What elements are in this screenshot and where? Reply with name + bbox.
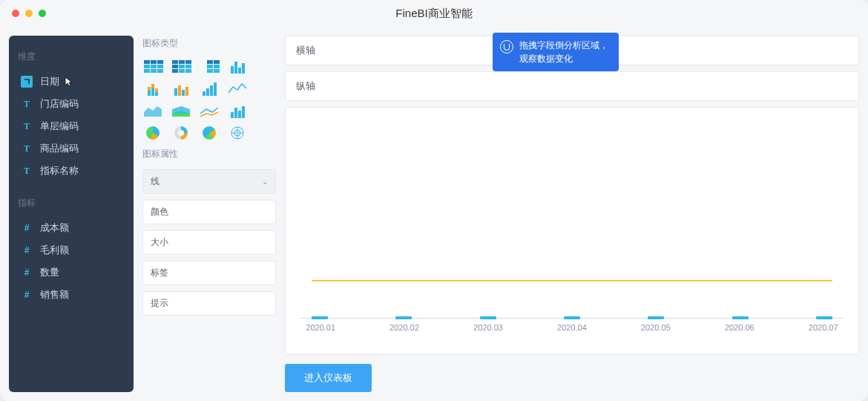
hint-line: 观察数据变化 <box>519 52 608 65</box>
enter-dashboard-button[interactable]: 进入仪表板 <box>285 364 372 392</box>
window-controls <box>12 10 46 17</box>
tick <box>648 316 664 319</box>
prop-tooltip[interactable]: 提示 <box>142 291 276 316</box>
chart-canvas: 2020.012020.022020.032020.042020.052020.… <box>285 107 859 355</box>
x-axis-labels: 2020.012020.022020.032020.042020.052020.… <box>300 323 844 332</box>
axis-label: 纵轴 <box>296 80 315 91</box>
text-icon: T <box>21 120 33 132</box>
measures-header: 指标 <box>18 197 125 209</box>
field-label: 毛利额 <box>40 244 69 257</box>
field-label: 门店编码 <box>40 97 79 111</box>
x-tick-label: 2020.02 <box>389 323 419 332</box>
chart-type-area-icon[interactable] <box>142 103 163 118</box>
chart-type-grid <box>142 59 276 140</box>
text-icon: T <box>21 98 33 110</box>
chart-type-multi-line-icon[interactable] <box>199 103 220 118</box>
chart-prop-header: 图标属性 <box>142 148 276 160</box>
number-icon: # <box>21 244 33 256</box>
clock-icon <box>21 76 33 88</box>
main-area: 横轴 纵轴 拖拽字段倒分析区域， 观察数据变化 2020.012020.0220… <box>285 36 859 392</box>
chart-plot <box>300 274 844 319</box>
close-dot[interactable] <box>12 10 19 17</box>
window-title: FineBI商业智能 <box>395 7 472 21</box>
x-tick-label: 2020.01 <box>306 323 335 332</box>
measure-item-profit[interactable]: # 毛利额 <box>18 239 125 261</box>
x-tick-label: 2020.06 <box>725 323 754 332</box>
tick <box>816 316 832 319</box>
x-tick-label: 2020.05 <box>641 323 671 332</box>
chart-type-combo-icon[interactable] <box>227 103 248 118</box>
prop-label[interactable]: 标签 <box>142 261 276 285</box>
titlebar: FineBI商业智能 <box>0 0 868 27</box>
app-window: FineBI商业智能 维度 日期 T 门店编码 T 单层编码 T 商品编码 <box>0 0 868 401</box>
field-label: 销售额 <box>40 288 69 301</box>
tick <box>480 316 496 319</box>
x-tick-label: 2020.04 <box>557 323 587 332</box>
tick <box>395 316 412 319</box>
maximize-dot[interactable] <box>39 10 46 17</box>
select-value: 线 <box>151 175 160 188</box>
field-label: 数量 <box>40 266 59 279</box>
tick <box>732 316 749 319</box>
cursor-icon <box>64 76 76 88</box>
content-area: 维度 日期 T 门店编码 T 单层编码 T 商品编码 T 指标名称 <box>0 27 868 401</box>
dimension-item-product[interactable]: T 商品编码 <box>18 137 125 160</box>
chart-style-select[interactable]: 线 ⌄ <box>142 169 276 194</box>
measure-item-sales[interactable]: # 销售额 <box>18 284 125 306</box>
chart-type-header: 图标类型 <box>142 37 276 50</box>
x-tick-label: 2020.03 <box>473 323 503 332</box>
chart-type-list-icon[interactable] <box>199 59 220 74</box>
chart-type-donut-icon[interactable] <box>171 125 191 140</box>
x-tick-label: 2020.07 <box>809 323 838 332</box>
dimension-item-store[interactable]: T 门店编码 <box>18 93 125 115</box>
field-label: 成本额 <box>40 221 69 235</box>
dimension-item-date[interactable]: 日期 <box>18 71 125 93</box>
y-axis-dropzone[interactable]: 纵轴 <box>285 71 859 101</box>
chart-type-radar-icon[interactable] <box>227 125 248 140</box>
chart-type-table-icon[interactable] <box>142 59 163 74</box>
chart-line-series <box>312 280 833 281</box>
svg-marker-2 <box>172 106 190 114</box>
svg-marker-0 <box>144 106 162 117</box>
chart-type-pie-icon[interactable] <box>142 125 163 140</box>
prop-color[interactable]: 颜色 <box>142 200 276 224</box>
chart-type-column-icon[interactable] <box>227 59 248 74</box>
tick <box>312 316 328 319</box>
text-icon: T <box>21 143 33 154</box>
number-icon: # <box>21 267 33 278</box>
chevron-down-icon: ⌄ <box>262 177 268 186</box>
number-icon: # <box>21 222 33 234</box>
dimension-item-metric-name[interactable]: T 指标名称 <box>18 160 125 182</box>
field-label: 商品编码 <box>40 142 79 155</box>
config-panel: 图标类型 图标属性 线 <box>142 36 276 392</box>
field-label: 单层编码 <box>40 120 79 133</box>
bulb-icon <box>500 40 513 53</box>
field-label: 日期 <box>40 75 59 88</box>
chart-type-stacked-area-icon[interactable] <box>171 103 191 118</box>
hint-line: 拖拽字段倒分析区域， <box>519 39 608 52</box>
measure-item-quantity[interactable]: # 数量 <box>18 261 125 284</box>
dimensions-header: 维度 <box>18 50 125 63</box>
chart-type-stacked-column-icon[interactable] <box>142 81 163 96</box>
number-icon: # <box>21 289 33 301</box>
text-icon: T <box>21 165 33 177</box>
chart-type-rose-icon[interactable] <box>199 125 220 140</box>
chart-type-grouped-column-icon[interactable] <box>171 81 191 96</box>
chart-type-line-icon[interactable] <box>227 81 248 96</box>
fields-sidebar: 维度 日期 T 门店编码 T 单层编码 T 商品编码 T 指标名称 <box>9 36 134 392</box>
chart-type-crosstab-icon[interactable] <box>171 59 191 74</box>
prop-size[interactable]: 大小 <box>142 230 276 255</box>
minimize-dot[interactable] <box>25 10 33 17</box>
field-label: 指标名称 <box>40 164 79 177</box>
chart-type-waterfall-icon[interactable] <box>199 81 220 96</box>
hint-tooltip: 拖拽字段倒分析区域， 观察数据变化 <box>493 33 619 71</box>
tick <box>564 316 580 319</box>
chart-ticks <box>300 316 844 319</box>
dimension-item-floor[interactable]: T 单层编码 <box>18 115 125 137</box>
measure-item-cost[interactable]: # 成本额 <box>18 217 125 239</box>
axis-label: 横轴 <box>296 45 315 56</box>
